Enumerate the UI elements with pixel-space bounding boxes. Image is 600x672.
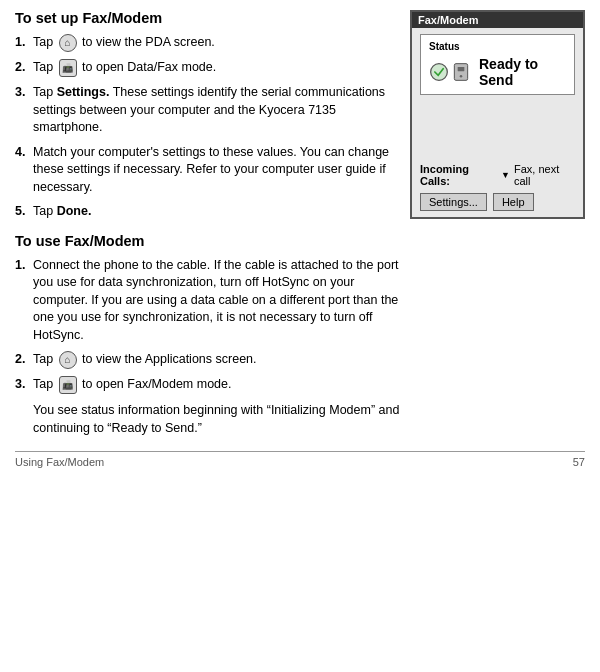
page-number: 57 — [573, 456, 585, 468]
incoming-calls-label: Incoming Calls: — [420, 163, 497, 187]
panel-body: Status — [412, 28, 583, 217]
svg-point-3 — [460, 75, 463, 78]
step3-content: Tap Settings. These settings identify th… — [33, 84, 400, 137]
right-column: Fax/Modem Status — [410, 10, 585, 437]
panel-spacer — [420, 103, 575, 163]
use-step3-num: 3. — [15, 376, 33, 394]
setup-step-3: 3. Tap Settings. These settings identify… — [15, 84, 400, 137]
status-label: Status — [429, 41, 566, 52]
step5-num: 5. — [15, 203, 33, 221]
step4-content: Match your computer's settings to these … — [33, 144, 400, 197]
help-button[interactable]: Help — [493, 193, 534, 211]
dropdown-arrow-icon[interactable]: ▼ — [501, 170, 510, 180]
section2-heading: To use Fax/Modem — [15, 233, 400, 249]
use-step-1: 1. Connect the phone to the cable. If th… — [15, 257, 400, 345]
use-step1-num: 1. — [15, 257, 33, 275]
step5-content: Tap Done. — [33, 203, 400, 221]
done-bold: Done. — [57, 204, 92, 218]
status-icons — [429, 62, 471, 82]
step1-num: 1. — [15, 34, 33, 52]
setup-step-4: 4. Match your computer's settings to the… — [15, 144, 400, 197]
status-box: Status — [420, 34, 575, 95]
ready-text: Ready to Send — [479, 56, 566, 88]
step3-num: 3. — [15, 84, 33, 102]
incoming-calls-row: Incoming Calls: ▼ Fax, next call — [420, 163, 575, 187]
fax-data-icon-2 — [59, 376, 77, 394]
home-icon — [59, 34, 77, 52]
page-content: To set up Fax/Modem 1. Tap to view the P… — [15, 10, 585, 437]
setup-step-2: 2. Tap to open Data/Fax mode. — [15, 59, 400, 77]
incoming-calls-value: Fax, next call — [514, 163, 575, 187]
footer-section-label: Using Fax/Modem — [15, 456, 104, 468]
use-step3-content: Tap to open Fax/Modem mode. — [33, 376, 400, 394]
section1-heading: To set up Fax/Modem — [15, 10, 400, 26]
svg-point-0 — [431, 64, 448, 81]
settings-bold: Settings. — [57, 85, 110, 99]
use-step2-content: Tap to view the Applications screen. — [33, 351, 400, 369]
setup-steps-list: 1. Tap to view the PDA screen. 2. Tap to… — [15, 34, 400, 221]
use-step-3: 3. Tap to open Fax/Modem mode. — [15, 376, 400, 394]
step2-num: 2. — [15, 59, 33, 77]
buttons-row: Settings... Help — [420, 193, 575, 211]
setup-step-1: 1. Tap to view the PDA screen. — [15, 34, 400, 52]
fax-data-icon — [59, 59, 77, 77]
step2-content: Tap to open Data/Fax mode. — [33, 59, 400, 77]
svg-rect-1 — [454, 64, 467, 81]
phone-icon — [451, 62, 471, 82]
page-footer: Using Fax/Modem 57 — [15, 451, 585, 468]
step4-num: 4. — [15, 144, 33, 162]
home-icon-2 — [59, 351, 77, 369]
setup-step-5: 5. Tap Done. — [15, 203, 400, 221]
left-column: To set up Fax/Modem 1. Tap to view the P… — [15, 10, 400, 437]
checkmark-icon — [429, 62, 449, 82]
use-step-2: 2. Tap to view the Applications screen. — [15, 351, 400, 369]
panel-title: Fax/Modem — [412, 12, 583, 28]
use-note: You see status information beginning wit… — [15, 401, 400, 437]
use-steps-list: 1. Connect the phone to the cable. If th… — [15, 257, 400, 395]
use-step2-num: 2. — [15, 351, 33, 369]
svg-rect-2 — [458, 67, 465, 71]
fax-modem-panel: Fax/Modem Status — [410, 10, 585, 219]
step1-content: Tap to view the PDA screen. — [33, 34, 400, 52]
settings-button[interactable]: Settings... — [420, 193, 487, 211]
use-step1-content: Connect the phone to the cable. If the c… — [33, 257, 400, 345]
status-content: Ready to Send — [429, 56, 566, 88]
